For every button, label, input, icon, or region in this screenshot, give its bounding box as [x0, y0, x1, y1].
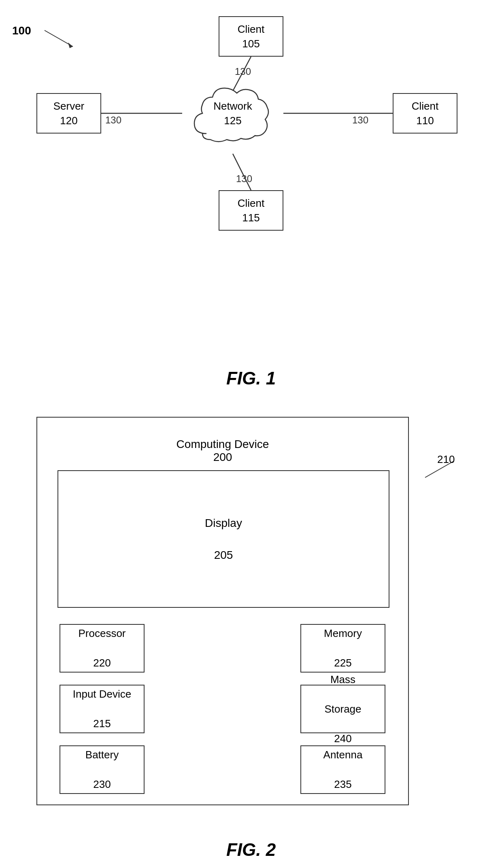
- svg-text:130: 130: [236, 173, 252, 184]
- fig1-ref-100: 100: [12, 24, 31, 37]
- computing-device-label: Computing Device 200: [37, 438, 408, 464]
- fig2-diagram: Computing Device 200 Display 205 Process…: [0, 405, 502, 868]
- client-110-box: Client 110: [393, 93, 457, 134]
- fig2-ref-210-group: 210: [413, 453, 462, 487]
- server-120-box: Server 120: [36, 93, 101, 134]
- processor-220-box: Processor 220: [60, 624, 145, 673]
- mass-storage-240-box: Mass Storage 240: [300, 685, 385, 733]
- network-125-cloud: Network 125: [182, 73, 283, 154]
- svg-line-5: [233, 154, 251, 190]
- arrow-100-svg: [40, 26, 81, 51]
- fig2-ref-210: 210: [437, 453, 455, 466]
- display-205-box: Display 205: [57, 470, 389, 608]
- svg-text:130: 130: [352, 115, 368, 125]
- network-label: Network 125: [213, 99, 252, 128]
- antenna-235-box: Antenna 235: [300, 745, 385, 794]
- svg-marker-1: [68, 42, 73, 48]
- computing-device-box: Computing Device 200 Display 205 Process…: [36, 417, 409, 805]
- memory-225-box: Memory 225: [300, 624, 385, 673]
- fig2-caption: FIG. 2: [0, 840, 502, 860]
- client-105-box: Client 105: [219, 16, 283, 57]
- input-device-215-box: Input Device 215: [60, 685, 145, 733]
- svg-text:130: 130: [105, 115, 121, 125]
- fig1-diagram: 100 130 130 130 130 Client 105 Server 12…: [0, 0, 502, 405]
- client-115-box: Client 115: [219, 190, 283, 231]
- battery-230-box: Battery 230: [60, 745, 145, 794]
- fig1-caption: FIG. 1: [0, 368, 502, 388]
